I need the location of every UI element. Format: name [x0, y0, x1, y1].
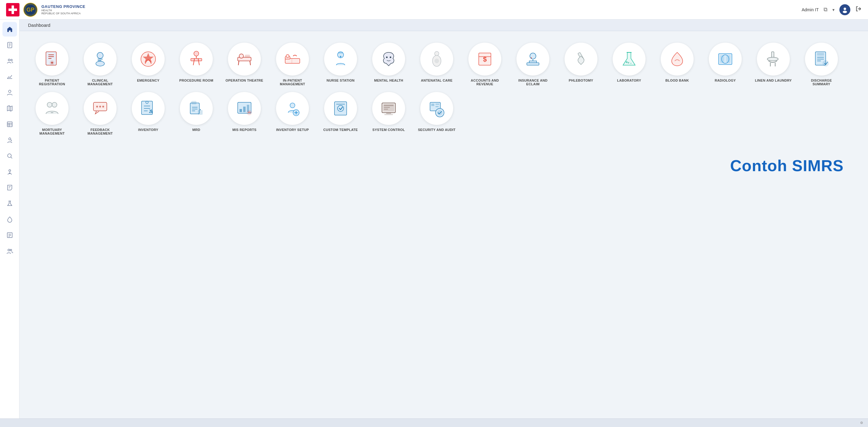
- logout-icon[interactable]: [855, 5, 862, 14]
- module-card-in-patient-management[interactable]: IN-PATIENT MANAGEMENT: [273, 42, 312, 86]
- module-label-in-patient-management: IN-PATIENT MANAGEMENT: [273, 79, 312, 86]
- module-card-mental-health[interactable]: MENTAL HEALTH: [369, 42, 408, 86]
- module-card-operation-theatre[interactable]: OPERATION THEATRE: [225, 42, 264, 86]
- avatar[interactable]: [839, 4, 850, 15]
- module-label-linen-and-laundry: LINEN AND LAUNDRY: [755, 79, 792, 82]
- module-icon-emergency: [132, 42, 165, 76]
- svg-point-22: [8, 138, 11, 140]
- module-card-insurance-and-eclaim[interactable]: INSURANCE AND ECLAIM: [513, 42, 553, 86]
- module-icon-accounts-and-revenue: $: [468, 42, 501, 76]
- watermark-text: Contoh SIMRS: [20, 144, 868, 187]
- module-label-operation-theatre: OPERATION THEATRE: [225, 79, 263, 82]
- module-icon-mental-health: [372, 42, 405, 76]
- footer-icon: ⚙: [860, 421, 863, 425]
- svg-point-74: [530, 53, 536, 59]
- module-label-patient-registration: PATIENT REGISTRATION: [32, 79, 72, 86]
- svg-rect-118: [240, 109, 242, 112]
- module-card-antenatal-care[interactable]: ANTENATAL CARE: [417, 42, 457, 86]
- module-card-linen-and-laundry[interactable]: LINEN AND LAUNDRY: [753, 42, 793, 86]
- module-card-clinical-management[interactable]: CLINICAL MANAGEMENT: [80, 42, 120, 86]
- module-card-nurse-station[interactable]: NURSE STATION: [321, 42, 360, 86]
- module-card-inventory[interactable]: INVENTORY: [128, 92, 168, 135]
- sidebar-item-group[interactable]: [2, 244, 17, 258]
- module-icon-phlebotomy: [564, 42, 597, 76]
- province-text: GAUTENG PROVINCE HEALTH REPUBLIC OF SOUT…: [41, 4, 86, 15]
- svg-rect-110: [191, 101, 196, 104]
- sidebar-item-home[interactable]: [2, 22, 17, 36]
- sidebar-item-search[interactable]: [2, 149, 17, 163]
- sidebar-item-person2[interactable]: [2, 133, 17, 147]
- sidebar-item-table2[interactable]: [2, 228, 17, 243]
- module-label-antenatal-care: ANTENATAL CARE: [421, 79, 453, 82]
- svg-rect-136: [431, 104, 434, 106]
- module-label-system-control: SYSTEM CONTROL: [373, 128, 405, 132]
- sidebar-item-drop[interactable]: [2, 212, 17, 227]
- module-card-procedure-room[interactable]: PROCEDURE ROOM: [177, 42, 216, 86]
- module-card-blood-bank[interactable]: BLOOD BANK: [657, 42, 697, 86]
- sidebar-item-patients[interactable]: [2, 38, 17, 52]
- module-card-mis-reports[interactable]: MIS REPORTS: [225, 92, 264, 135]
- module-icon-inventory: [132, 92, 165, 125]
- module-card-radiology[interactable]: RADIOLOGY: [706, 42, 745, 86]
- header-left: GP GAUTENG PROVINCE HEALTH REPUBLIC OF S…: [6, 2, 86, 17]
- module-icon-inventory-setup: [276, 92, 309, 125]
- module-card-mortuary-management[interactable]: MORTUARY MANAGEMENT: [32, 92, 72, 135]
- module-card-inventory-setup[interactable]: INVENTORY SETUP: [273, 92, 312, 135]
- module-label-procedure-room: PROCEDURE ROOM: [179, 79, 213, 82]
- svg-point-122: [290, 103, 295, 108]
- module-card-custom-template[interactable]: CUSTOM TEMPLATE: [321, 92, 360, 135]
- module-icon-patient-registration: [36, 42, 68, 76]
- header: GP GAUTENG PROVINCE HEALTH REPUBLIC OF S…: [0, 0, 868, 20]
- module-card-mrd[interactable]: MRD: [177, 92, 216, 135]
- sidebar-item-map[interactable]: [2, 101, 17, 116]
- svg-point-97: [47, 102, 52, 107]
- sidebar-item-person[interactable]: [2, 85, 17, 100]
- sidebar-item-flask[interactable]: [2, 196, 17, 211]
- svg-point-6: [843, 11, 847, 13]
- sidebar-item-users[interactable]: [2, 54, 17, 68]
- svg-rect-53: [238, 57, 251, 61]
- module-card-accounts-and-revenue[interactable]: $ ACCOUNTS AND REVENUE: [465, 42, 505, 86]
- sidebar-item-table[interactable]: [2, 117, 17, 132]
- footer: ⚙: [0, 419, 868, 427]
- svg-point-5: [844, 8, 846, 10]
- sidebar-item-analytics[interactable]: [2, 69, 17, 84]
- svg-rect-48: [191, 58, 202, 61]
- svg-point-105: [146, 101, 148, 104]
- user-dropdown-icon[interactable]: ▾: [832, 7, 835, 12]
- svg-point-66: [386, 57, 388, 58]
- svg-rect-75: [527, 63, 539, 65]
- svg-point-124: [295, 112, 297, 114]
- svg-rect-85: [720, 55, 724, 63]
- module-icon-operation-theatre: [228, 42, 261, 76]
- module-label-emergency: EMERGENCY: [137, 79, 159, 82]
- module-icon-laboratory: [613, 42, 646, 76]
- svg-point-81: [630, 63, 631, 64]
- module-card-security-and-audit[interactable]: SECURITY AND AUDIT: [417, 92, 457, 135]
- module-card-system-control[interactable]: SYSTEM CONTROL: [369, 92, 408, 135]
- module-card-laboratory[interactable]: LABORATORY: [609, 42, 649, 86]
- module-label-mortuary-management: MORTUARY MANAGEMENT: [32, 128, 72, 135]
- module-card-phlebotomy[interactable]: PHLEBOTOMY: [561, 42, 601, 86]
- svg-marker-15: [7, 106, 12, 111]
- sidebar-item-notes[interactable]: [2, 180, 17, 195]
- module-label-phlebotomy: PHLEBOTOMY: [569, 79, 593, 82]
- module-label-insurance-and-eclaim: INSURANCE AND ECLAIM: [513, 79, 553, 86]
- svg-rect-18: [7, 122, 12, 127]
- svg-point-88: [767, 57, 778, 61]
- svg-point-82: [628, 62, 629, 64]
- sidebar-item-medical[interactable]: [2, 165, 17, 179]
- copy-icon[interactable]: ⧉: [824, 6, 828, 13]
- header-right: Admin IT ⧉ ▾: [802, 4, 862, 15]
- svg-rect-86: [726, 55, 730, 63]
- module-icon-radiology: [709, 42, 742, 76]
- module-card-patient-registration[interactable]: PATIENT REGISTRATION: [32, 42, 72, 86]
- module-card-discharge-summary[interactable]: DISCHARGE SUMMARY: [802, 42, 841, 86]
- svg-rect-133: [386, 113, 391, 114]
- module-card-feedback-management[interactable]: FEEDBACK MANAGEMENT: [80, 92, 120, 135]
- svg-text:GP: GP: [27, 7, 34, 13]
- module-label-mrd: MRD: [192, 128, 200, 132]
- module-card-emergency[interactable]: EMERGENCY: [128, 42, 168, 86]
- svg-rect-63: [338, 52, 343, 54]
- module-icon-feedback-management: [84, 92, 117, 125]
